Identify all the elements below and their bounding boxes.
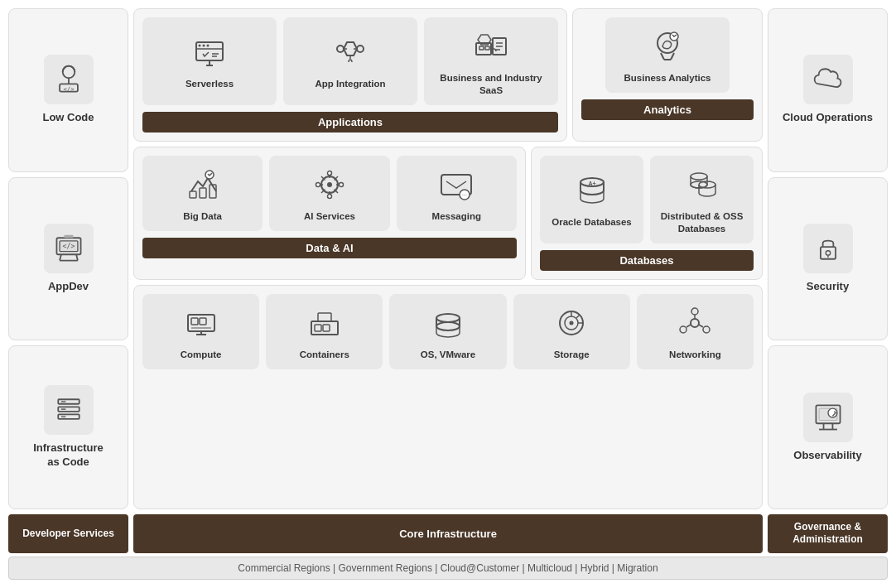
data-ai-block: Big Data [133,147,526,280]
applications-block: Serverless [133,8,567,142]
svg-point-74 [570,321,574,325]
svg-point-70 [436,314,460,322]
applications-items: Serverless [142,17,558,105]
svg-text:···: ··· [462,192,467,198]
svg-line-83 [699,325,703,327]
svg-rect-61 [200,318,206,325]
big-data-label: Big Data [183,210,222,223]
cloud-ops-label: Cloud Operations [783,111,873,125]
business-analytics-icon [647,26,688,67]
security-card: Security [768,177,888,341]
business-saas-icon [470,26,512,67]
svg-point-17 [207,45,210,47]
compute-card: Compute [142,294,259,369]
bottom-row: Compute Contai [133,285,763,509]
cloud-ops-icon [803,55,853,104]
svg-rect-67 [323,325,330,331]
bottom-bars: Developer Services Core Infrastructure G… [8,514,888,553]
databases-block: A+ Oracle Databases [531,147,763,280]
analytics-block: Business Analytics Analytics [572,8,763,142]
footer-bar: Commercial Regions | Government Regions … [8,557,888,580]
svg-rect-68 [318,313,331,321]
svg-rect-28 [485,46,489,50]
business-analytics-label: Business Analytics [624,72,711,84]
svg-point-22 [357,46,364,52]
business-saas-card: Business and Industry SaaS [424,17,558,105]
databases-items: A+ Oracle Databases [540,156,754,243]
analytics-bar: Analytics [581,99,754,120]
right-column: Cloud Operations Security [768,8,888,509]
oracle-db-card: A+ Oracle Databases [540,156,643,243]
security-label: Security [807,280,849,294]
app-integration-label: App Integration [316,78,386,90]
oss-db-label: Distributed & OSS Databases [657,210,747,235]
core-infra-bar: Core Infrastructure [133,514,763,553]
messaging-icon: ··· [436,164,477,205]
svg-rect-66 [315,325,321,331]
data-ai-bar: Data & AI [142,238,517,258]
observability-label: Observability [793,449,861,463]
top-row: Serverless [133,8,763,142]
svg-line-84 [686,325,691,327]
middle-row: Big Data [133,147,763,280]
applications-bar: Applications [142,112,558,133]
svg-point-38 [327,182,332,187]
iac-icon [44,385,94,435]
svg-point-78 [691,319,699,327]
infra-block: Compute Contai [133,285,763,509]
oss-db-card: Distributed & OSS Databases [650,156,754,243]
compute-label: Compute [181,349,222,361]
low-code-icon: </> [44,55,94,104]
business-analytics-card: Business Analytics [605,17,730,93]
ai-services-label: AI Services [304,210,355,223]
cloud-ops-card: Cloud Operations [768,8,888,172]
networking-icon [674,302,715,344]
storage-label: Storage [554,349,590,361]
iac-label: Infrastructure as Code [33,441,104,470]
security-icon [803,224,853,273]
os-vmware-card: OS, VMware [389,294,506,369]
low-code-card: </> Low Code [8,8,128,172]
svg-rect-6 [64,235,73,239]
developer-services-bar: Developer Services [8,514,128,553]
svg-line-76 [576,315,580,318]
business-saas-label: Business and Industry SaaS [431,72,552,97]
oracle-db-label: Oracle Databases [552,216,632,229]
center-column: Serverless [133,8,763,509]
os-vmware-label: OS, VMware [421,349,475,361]
iac-card: Infrastructure as Code [8,345,128,509]
svg-point-81 [680,326,686,333]
observability-icon [803,393,853,442]
ai-services-card: AI Services [269,156,389,231]
os-vmware-icon [427,302,469,344]
storage-card: Storage [513,294,630,369]
big-data-card: Big Data [142,156,263,231]
messaging-card: ··· Messaging [397,156,517,231]
svg-point-79 [691,308,698,315]
observability-card: Observability [768,345,888,509]
serverless-card: Serverless [142,17,277,105]
serverless-label: Serverless [185,78,234,90]
networking-label: Networking [669,349,721,361]
networking-card: Networking [637,294,754,369]
appdev-card: </> AppDev [8,177,128,341]
svg-point-50 [339,182,343,186]
svg-point-80 [703,326,710,333]
svg-point-49 [316,182,320,186]
left-column: </> Low Code </> AppDev [8,8,128,509]
svg-point-56 [691,173,707,180]
databases-bar: Databases [540,250,754,271]
svg-text:</>: </> [62,242,75,250]
storage-icon [551,302,592,344]
containers-label: Containers [300,349,349,361]
ai-services-icon [309,164,350,205]
serverless-icon [189,31,230,73]
svg-rect-65 [311,321,338,335]
messaging-label: Messaging [432,210,481,223]
svg-rect-33 [190,191,196,198]
infra-items: Compute Contai [142,294,754,369]
svg-rect-34 [200,188,206,198]
svg-text:</>: </> [63,85,75,93]
svg-point-21 [337,46,344,52]
svg-rect-60 [191,318,198,325]
